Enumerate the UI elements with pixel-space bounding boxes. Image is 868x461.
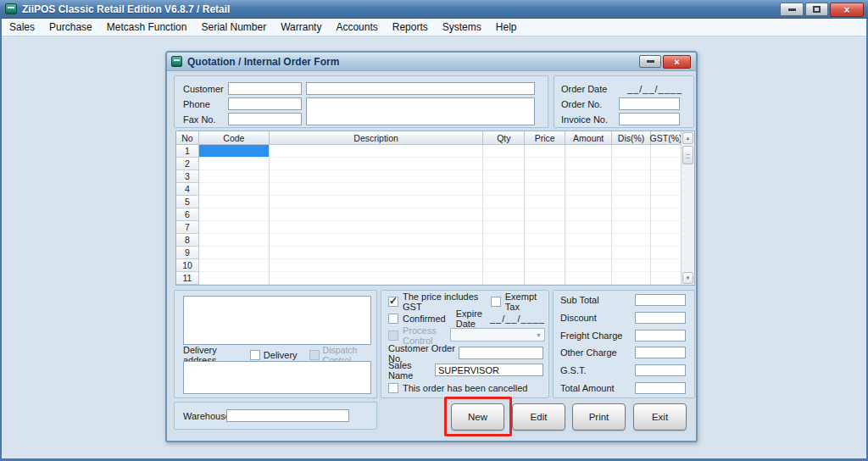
grid-cell-price[interactable]	[525, 208, 565, 221]
grid-cell-qty[interactable]	[483, 196, 525, 208]
grid-cell-price[interactable]	[525, 247, 565, 259]
dialog-minimize-button[interactable]	[639, 55, 661, 68]
grid-cell-dis[interactable]	[612, 208, 651, 221]
customer-address-box[interactable]	[306, 97, 535, 125]
grid-cell-amount[interactable]	[565, 183, 612, 196]
price-includes-gst-checkbox[interactable]: ✓	[388, 297, 398, 307]
grid-cell-dis[interactable]	[612, 183, 651, 196]
total-field-g-s-t-[interactable]	[635, 364, 686, 376]
grid-cell-price[interactable]	[525, 196, 565, 208]
order-date-field[interactable]: __/__/____	[627, 84, 682, 94]
grid-cell-desc[interactable]	[270, 183, 484, 196]
grid-cell-price[interactable]	[525, 170, 565, 183]
scroll-down-button[interactable]: ▼	[682, 272, 693, 284]
grid-cell-dis[interactable]	[612, 247, 651, 259]
grid-cell-dis[interactable]	[612, 272, 651, 285]
exit-button[interactable]: Exit	[633, 403, 687, 430]
grid-cell-qty[interactable]	[483, 259, 525, 272]
grid-cell-gst[interactable]	[651, 196, 681, 208]
menu-item-reports[interactable]: Reports	[392, 21, 428, 33]
grid-cell-dis[interactable]	[612, 196, 651, 208]
column-header-gst[interactable]: GST(%)	[651, 131, 681, 145]
exempt-tax-checkbox[interactable]	[491, 297, 501, 307]
grid-cell-price[interactable]	[525, 259, 565, 272]
grid-cell-amount[interactable]	[565, 145, 612, 158]
grid-cell-code[interactable]	[199, 221, 270, 234]
expire-date-field[interactable]: __/__/____	[490, 314, 545, 324]
grid-cell-qty[interactable]	[483, 170, 525, 183]
delivery-address-box[interactable]	[183, 361, 371, 394]
menu-item-systems[interactable]: Systems	[442, 21, 481, 33]
order-no-input[interactable]	[619, 97, 680, 110]
maximize-button[interactable]	[805, 3, 828, 16]
grid-cell-code[interactable]	[199, 259, 270, 272]
grid-cell-code[interactable]	[199, 234, 270, 247]
delivery-checkbox[interactable]	[250, 350, 260, 360]
grid-cell-dis[interactable]	[612, 259, 651, 272]
grid-cell-price[interactable]	[525, 145, 565, 158]
grid-cell-dis[interactable]	[612, 158, 651, 170]
column-header-desc[interactable]: Description	[270, 131, 484, 145]
print-button[interactable]: Print	[572, 403, 626, 430]
order-cancelled-checkbox[interactable]	[388, 383, 398, 393]
total-field-freight-charge[interactable]	[635, 330, 686, 342]
grid-cell-desc[interactable]	[270, 234, 484, 247]
column-header-amount[interactable]: Amount	[565, 131, 612, 145]
grid-cell-code[interactable]	[199, 247, 270, 259]
grid-cell-desc[interactable]	[270, 247, 484, 259]
invoice-no-input[interactable]	[619, 113, 680, 125]
fax-input[interactable]	[228, 113, 302, 125]
grid-cell-gst[interactable]	[651, 208, 681, 221]
grid-cell-qty[interactable]	[483, 158, 525, 170]
grid-cell-code[interactable]	[199, 183, 270, 196]
grid-cell-desc[interactable]	[270, 145, 484, 158]
minimize-button[interactable]	[780, 3, 804, 16]
scrollbar-thumb[interactable]	[682, 146, 693, 164]
grid-cell-price[interactable]	[525, 183, 565, 196]
grid-cell-amount[interactable]	[565, 247, 612, 259]
new-button[interactable]: New	[451, 403, 504, 430]
grid-cell-amount[interactable]	[565, 196, 612, 208]
total-field-other-charge[interactable]	[635, 347, 686, 358]
notes-box[interactable]	[183, 296, 371, 345]
grid-cell-gst[interactable]	[651, 234, 681, 247]
warehouse-input[interactable]	[226, 409, 349, 422]
grid-cell-amount[interactable]	[565, 158, 612, 170]
column-header-code[interactable]: Code	[199, 131, 270, 145]
grid-cell-gst[interactable]	[651, 158, 681, 170]
grid-cell-gst[interactable]	[651, 170, 681, 183]
menu-item-purchase[interactable]: Purchase	[49, 21, 92, 33]
sales-name-input[interactable]	[435, 364, 543, 376]
grid-cell-desc[interactable]	[270, 272, 484, 285]
grid-cell-dis[interactable]	[612, 221, 651, 234]
customer-code-input[interactable]	[228, 82, 302, 95]
grid-cell-qty[interactable]	[483, 145, 525, 158]
grid-cell-dis[interactable]	[612, 145, 651, 158]
grid-cell-gst[interactable]	[651, 247, 681, 259]
column-header-dis[interactable]: Dis(%)	[612, 131, 651, 145]
grid-cell-dis[interactable]	[612, 170, 651, 183]
grid-cell-qty[interactable]	[483, 183, 525, 196]
menu-item-help[interactable]: Help	[496, 21, 517, 33]
grid-cell-amount[interactable]	[565, 234, 612, 247]
grid-cell-qty[interactable]	[483, 208, 525, 221]
edit-button[interactable]: Edit	[512, 403, 565, 430]
dialog-titlebar[interactable]: Quotation / Internal Order Form	[167, 53, 696, 71]
confirmed-checkbox[interactable]	[388, 314, 398, 324]
column-header-num[interactable]: No	[176, 131, 199, 145]
close-button[interactable]: ×	[830, 3, 864, 17]
scroll-up-button[interactable]: ▲	[682, 132, 693, 144]
grid-cell-code[interactable]	[199, 170, 270, 183]
grid-cell-desc[interactable]	[270, 158, 484, 170]
grid-cell-qty[interactable]	[483, 234, 525, 247]
grid-cell-gst[interactable]	[651, 183, 681, 196]
customer-order-no-input[interactable]	[459, 347, 543, 359]
menu-item-serial-number[interactable]: Serial Number	[201, 21, 266, 33]
phone-input[interactable]	[228, 97, 302, 110]
column-header-price[interactable]: Price	[525, 131, 565, 145]
grid-cell-code[interactable]	[199, 272, 270, 285]
grid-cell-price[interactable]	[525, 234, 565, 247]
menu-item-warranty[interactable]: Warranty	[281, 21, 321, 33]
grid-cell-dis[interactable]	[612, 234, 651, 247]
grid-cell-code[interactable]	[199, 208, 270, 221]
